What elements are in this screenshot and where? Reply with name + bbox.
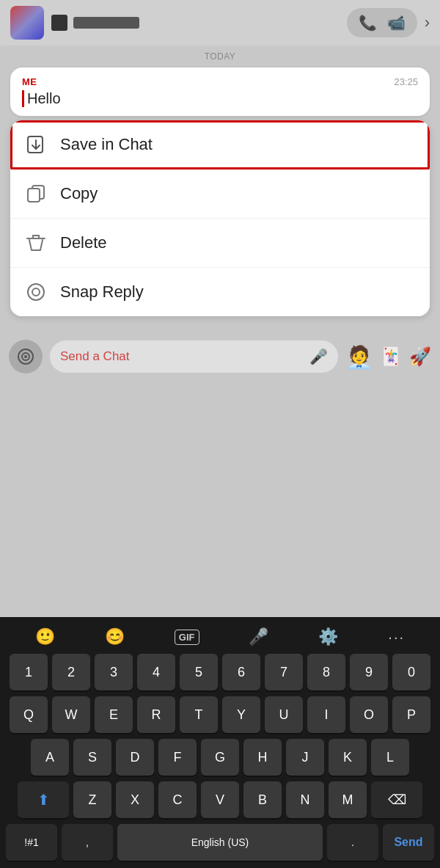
key-g[interactable]: G [201, 739, 239, 776]
today-label: TODAY [10, 51, 430, 62]
key-1[interactable]: 1 [10, 654, 48, 690]
copy-icon [25, 183, 47, 205]
key-2[interactable]: 2 [52, 654, 90, 690]
camera-button[interactable] [9, 340, 43, 373]
copy-label: Copy [60, 184, 98, 203]
video-icon[interactable]: 📹 [387, 14, 406, 32]
key-o[interactable]: O [350, 696, 388, 733]
key-3[interactable]: 3 [95, 654, 133, 690]
bitmoji-sticker[interactable]: 🧑‍💼 [345, 344, 373, 370]
avatar [10, 6, 44, 40]
key-4[interactable]: 4 [137, 654, 175, 690]
key-y[interactable]: Y [222, 696, 260, 733]
chevron-right-icon[interactable]: › [425, 13, 430, 32]
save-in-chat-icon [25, 134, 47, 156]
qwerty-row: Q W E R T Y U I O P [6, 696, 434, 733]
backspace-key[interactable]: ⌫ [371, 781, 422, 818]
svg-point-7 [24, 355, 27, 358]
snap-reply-label: Snap Reply [60, 282, 144, 302]
key-9[interactable]: 9 [350, 654, 388, 690]
keyboard-toolbar: 🙂 😊 GIF 🎤 ⚙️ ··· [3, 623, 437, 654]
rocket-icon[interactable]: 🚀 [409, 346, 431, 367]
key-h[interactable]: H [243, 739, 282, 776]
number-row: 1 2 3 4 5 6 7 8 9 0 [6, 654, 434, 690]
message-header: ME 23:25 [22, 76, 418, 87]
status-square [51, 15, 67, 31]
key-8[interactable]: 8 [307, 654, 345, 690]
key-a[interactable]: A [31, 739, 69, 776]
key-l[interactable]: L [371, 739, 409, 776]
delete-label: Delete [60, 233, 107, 252]
input-bar: Send a Chat 🎤 🧑‍💼 🃏 🚀 [0, 332, 440, 381]
message-bubble: ME 23:25 Hello [10, 68, 430, 116]
key-w[interactable]: W [52, 696, 90, 733]
svg-point-4 [32, 288, 40, 296]
name-bar [73, 17, 139, 29]
zxcv-row: ⬆ Z X C V B N M ⌫ [6, 781, 434, 818]
message-sender: ME [22, 76, 37, 87]
key-rows: 1 2 3 4 5 6 7 8 9 0 Q W E R T Y U I O P … [3, 654, 437, 861]
space-key[interactable]: English (US) [117, 824, 323, 861]
sticker-icon[interactable]: 🃏 [380, 346, 402, 367]
gif-button[interactable]: GIF [175, 630, 199, 645]
name-block [51, 15, 340, 31]
key-k[interactable]: K [329, 739, 367, 776]
key-t[interactable]: T [180, 696, 218, 733]
context-menu-copy[interactable]: Copy [10, 169, 430, 219]
sticker-buttons: 🧑‍💼 🃏 🚀 [345, 344, 431, 370]
context-menu: Save in Chat Copy Delete [10, 120, 430, 316]
delete-icon [25, 232, 47, 254]
action-icons: 📞 📹 › [347, 8, 430, 37]
chat-area: TODAY ME 23:25 Hello Save in Chat [0, 45, 440, 327]
asdf-row: A S D F G H J K L [6, 739, 434, 776]
key-d[interactable]: D [116, 739, 154, 776]
key-0[interactable]: 0 [392, 654, 430, 690]
context-menu-snap-reply[interactable]: Snap Reply [10, 268, 430, 316]
key-x[interactable]: X [116, 781, 154, 818]
context-menu-delete[interactable]: Delete [10, 219, 430, 268]
key-f[interactable]: F [158, 739, 197, 776]
key-b[interactable]: B [243, 781, 282, 818]
numbers-key[interactable]: !#1 [6, 824, 57, 861]
key-c[interactable]: C [158, 781, 197, 818]
message-time: 23:25 [394, 76, 418, 87]
svg-rect-2 [28, 189, 40, 202]
key-6[interactable]: 6 [222, 654, 260, 690]
message-text: Hello [22, 90, 418, 107]
icon-pill: 📞 📹 [347, 8, 417, 37]
phone-icon[interactable]: 📞 [359, 14, 377, 32]
key-u[interactable]: U [265, 696, 303, 733]
more-keyboard-icon[interactable]: ··· [388, 629, 405, 646]
key-i[interactable]: I [307, 696, 345, 733]
key-r[interactable]: R [137, 696, 175, 733]
key-7[interactable]: 7 [265, 654, 303, 690]
key-5[interactable]: 5 [180, 654, 218, 690]
keyboard: 🙂 😊 GIF 🎤 ⚙️ ··· 1 2 3 4 5 6 7 8 9 0 Q W… [0, 617, 440, 868]
key-p[interactable]: P [392, 696, 430, 733]
key-s[interactable]: S [73, 739, 111, 776]
input-placeholder: Send a Chat [60, 349, 309, 364]
mic-keyboard-icon[interactable]: 🎤 [249, 627, 268, 646]
key-n[interactable]: N [286, 781, 324, 818]
emoji-keyboard-icon[interactable]: 😊 [105, 627, 125, 646]
bottom-row: !#1 , English (US) . Send [6, 824, 434, 861]
svg-point-3 [28, 284, 44, 300]
key-m[interactable]: M [329, 781, 367, 818]
key-q[interactable]: Q [10, 696, 48, 733]
settings-keyboard-icon[interactable]: ⚙️ [318, 627, 338, 646]
key-j[interactable]: J [286, 739, 324, 776]
send-key[interactable]: Send [383, 824, 434, 861]
key-z[interactable]: Z [73, 781, 111, 818]
save-in-chat-label: Save in Chat [60, 135, 153, 154]
shift-key[interactable]: ⬆ [18, 781, 69, 818]
top-bar: 📞 📹 › [0, 0, 440, 45]
context-menu-save[interactable]: Save in Chat [10, 120, 430, 169]
snap-reply-icon [25, 281, 47, 303]
message-input[interactable]: Send a Chat 🎤 [50, 340, 338, 373]
period-key[interactable]: . [327, 824, 378, 861]
key-e[interactable]: E [95, 696, 133, 733]
key-v[interactable]: V [201, 781, 239, 818]
mic-icon: 🎤 [309, 348, 328, 365]
comma-key[interactable]: , [62, 824, 113, 861]
bitmoji-keyboard-icon[interactable]: 🙂 [35, 627, 55, 646]
